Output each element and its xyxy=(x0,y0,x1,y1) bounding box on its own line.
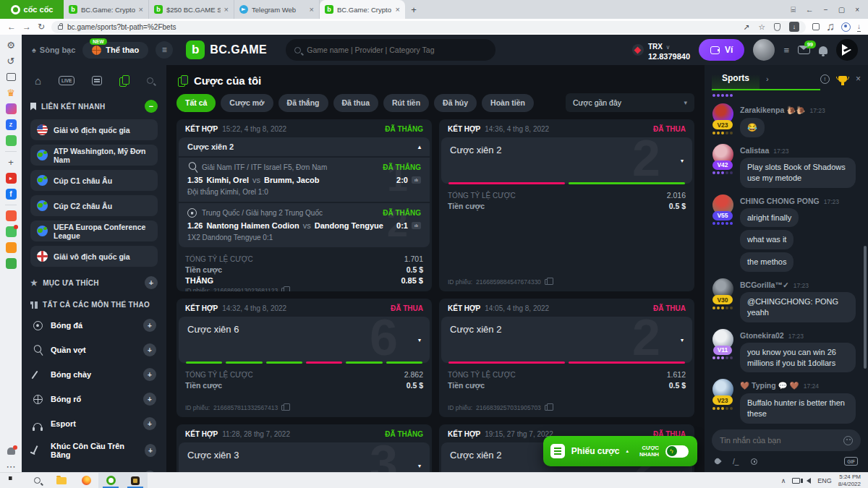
live-icon[interactable]: LIVE xyxy=(59,76,75,85)
start-button[interactable] xyxy=(0,473,25,488)
home-icon[interactable]: ⌂ xyxy=(35,74,41,87)
youtube-icon[interactable]: ▸ xyxy=(6,173,17,184)
chat-message-input[interactable] xyxy=(720,436,839,445)
emoji-icon[interactable] xyxy=(843,436,853,445)
pinned-app[interactable] xyxy=(123,473,148,488)
chat-username[interactable]: Gtonekira02 xyxy=(740,331,784,340)
restore-tab-icon[interactable]: ← xyxy=(806,5,814,14)
browser-tab-2[interactable]: b $250 BC.GAME SPORTS PARL × xyxy=(149,0,234,19)
caret-down-icon[interactable]: ▾ xyxy=(681,158,684,164)
media-icon[interactable]: ♫ xyxy=(826,20,835,33)
stats-icon[interactable]: ılı xyxy=(412,176,421,184)
coccoc-browser[interactable] xyxy=(98,473,123,488)
filter-all[interactable]: Tất cả xyxy=(176,94,216,112)
collapse-button[interactable]: − xyxy=(145,100,158,113)
trophy-icon[interactable] xyxy=(838,76,847,82)
quick-link[interactable]: Giải vô địch quốc gia xyxy=(30,246,158,267)
close-chat-icon[interactable]: × xyxy=(856,74,861,84)
settings-gear-icon[interactable]: ⚙ xyxy=(6,40,17,51)
bet-type-row[interactable]: Cược xiên 2 ▴ xyxy=(179,137,430,156)
chat-tab-sports[interactable]: Sports xyxy=(712,67,760,90)
cart-icon[interactable] xyxy=(6,242,17,253)
search-tabs-icon[interactable]: ⌸ xyxy=(791,5,796,14)
firefox[interactable] xyxy=(74,473,98,488)
quick-link[interactable]: Giải vô địch quốc gia xyxy=(30,119,158,140)
filter-open[interactable]: Cược mở xyxy=(221,94,273,112)
chat-username[interactable]: Calistaa xyxy=(740,146,769,155)
copy-icon[interactable] xyxy=(281,405,286,411)
bet-card-combo-lost[interactable]: KẾT HỢP 14:32, 4 thg 8, 2022 ĐÃ THUA Cượ… xyxy=(176,299,432,417)
notifications-bell-icon[interactable] xyxy=(7,448,15,455)
tab-close-icon[interactable]: × xyxy=(310,5,314,14)
extensions-icon[interactable] xyxy=(812,23,820,30)
quick-link[interactable]: ATP Washington, Mỹ Đơn Nam xyxy=(30,145,158,166)
schedule-icon[interactable] xyxy=(92,76,102,85)
expand-icon[interactable]: + xyxy=(143,368,156,381)
bcgame-logo[interactable]: b BC.GAME xyxy=(186,40,267,59)
chat-rules-icon[interactable]: ! xyxy=(820,74,830,84)
wallet-card-icon[interactable] xyxy=(6,258,17,269)
share-icon[interactable]: ↗ xyxy=(744,22,750,31)
more-icon[interactable]: ⋯ xyxy=(6,461,17,472)
add-shortcut-icon[interactable]: + xyxy=(6,157,17,168)
downloads-tray-icon[interactable]: ↓ xyxy=(857,22,861,32)
quick-link[interactable]: UEFA Europa Conference League xyxy=(30,221,158,241)
url-field[interactable]: bc.game/sports?bt-path=%2Fbets ↗ ☆ ↓ xyxy=(51,21,806,33)
sort-dropdown[interactable]: Cược gần đây ▾ xyxy=(566,93,694,112)
sidebar-sport-football[interactable]: Bóng đá+ xyxy=(22,313,166,338)
quick-bet-toggle[interactable]: ϟ xyxy=(665,445,689,458)
my-bets-icon[interactable] xyxy=(119,75,129,87)
nav-sports-active[interactable]: NEW Thể thao xyxy=(82,42,148,59)
game-search-input[interactable] xyxy=(307,46,487,54)
sidebar-sport-baseball[interactable]: Bóng chày+ xyxy=(22,362,166,387)
quick-link[interactable]: Cúp C1 châu Âu xyxy=(30,170,158,191)
new-tab-button[interactable]: + xyxy=(405,0,422,19)
clock[interactable]: 5:24 PM 8/4/2022 xyxy=(838,474,861,488)
bc-swoosh-icon[interactable] xyxy=(836,39,858,61)
nav-menu-icon[interactable]: ≡ xyxy=(156,41,173,59)
bet-card-combo-lost[interactable]: KẾT HỢP 14:05, 4 thg 8, 2022 ĐÃ THUA Cượ… xyxy=(439,299,694,417)
browser-tab-4-active[interactable]: b BC.Game: Crypto Casino Gan × xyxy=(320,0,405,19)
chat-input[interactable] xyxy=(712,429,861,451)
forward-icon[interactable]: → xyxy=(22,22,31,32)
taskbar-search[interactable] xyxy=(25,473,49,488)
facebook-icon[interactable]: f xyxy=(6,189,17,200)
games-icon[interactable] xyxy=(6,135,17,146)
quick-link[interactable]: Cúp C2 châu Âu xyxy=(30,195,158,216)
account-menu-icon[interactable]: ≡ xyxy=(783,45,789,56)
commands-icon[interactable]: /_ xyxy=(733,458,739,466)
chat-username[interactable]: Zarakikenpa 🐌🐌 xyxy=(740,106,805,115)
file-explorer[interactable] xyxy=(49,473,74,488)
coccoc-brand-button[interactable]: cốc cốc xyxy=(0,0,64,19)
bet-card-combo-won[interactable]: KẾT HỢP 15:22, 4 thg 8, 2022 ĐÃ THẮNG Cư… xyxy=(176,119,432,291)
chat-username[interactable]: 🤎 Typing 💬 🤎 xyxy=(740,381,799,390)
browser-tab-1[interactable]: b BC.Game: Crypto Casino Gan × xyxy=(64,0,149,19)
inbox-icon[interactable]: 99 xyxy=(798,46,810,54)
sidebar-sport-cricket[interactable]: Bóng Gậy+ xyxy=(22,465,166,472)
expand-icon[interactable]: + xyxy=(145,444,156,457)
bet-card-combo-won[interactable]: KẾT HỢP 11:28, 28 thg 7, 2022 ĐÃ THẮNG C… xyxy=(176,424,432,472)
copy-icon[interactable] xyxy=(545,405,550,411)
history-icon[interactable]: ↺ xyxy=(6,56,17,67)
gif-icon[interactable]: GIF xyxy=(844,457,858,466)
bet-card-combo-lost[interactable]: KẾT HỢP 14:36, 4 thg 8, 2022 ĐÃ THUA Cượ… xyxy=(439,119,694,291)
chat-username[interactable]: CHING CHONG PONG xyxy=(740,197,820,205)
betslip-button[interactable]: Phiếu cược ▴ CƯỢCNHANH ϟ xyxy=(543,436,697,466)
sidebar-sport-esport[interactable]: Esport+ xyxy=(22,411,166,436)
messenger-icon[interactable] xyxy=(6,103,17,114)
expand-icon[interactable]: + xyxy=(143,417,156,430)
copy-icon[interactable] xyxy=(545,279,550,285)
network-icon[interactable] xyxy=(792,478,800,484)
chat-app-icon[interactable] xyxy=(6,226,17,237)
tab-close-icon[interactable]: × xyxy=(224,5,229,14)
caret-down-icon[interactable]: ▾ xyxy=(418,337,421,343)
sidebar-search-icon[interactable] xyxy=(147,77,153,84)
sidebar-sport-basketball[interactable]: Bóng rổ+ xyxy=(22,387,166,411)
dice-icon[interactable] xyxy=(751,458,757,465)
sidebar-sport-hockey[interactable]: Khúc Côn Cầu Trên Băng+ xyxy=(22,436,166,465)
caret-down-icon[interactable]: ▾ xyxy=(681,337,684,343)
browser-tab-3[interactable]: Telegram Web × xyxy=(234,0,320,19)
maximize-button[interactable]: ▢ xyxy=(838,6,845,14)
expand-icon[interactable]: + xyxy=(143,393,156,406)
back-icon[interactable]: ← xyxy=(7,22,16,32)
